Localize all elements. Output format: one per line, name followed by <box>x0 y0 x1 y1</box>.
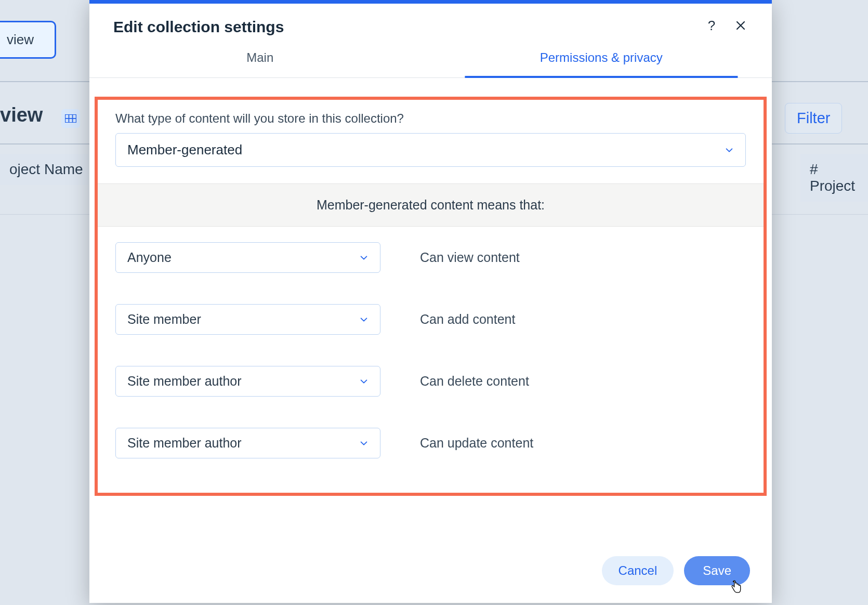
select-value: Site member author <box>127 374 242 389</box>
chevron-down-icon <box>725 146 734 155</box>
perm-label-view: Can view content <box>420 250 520 265</box>
bg-view-label: view <box>0 104 43 126</box>
tab-main[interactable]: Main <box>89 40 431 77</box>
select-value: Anyone <box>127 250 172 265</box>
save-button-label: Save <box>703 563 731 577</box>
delete-who-select[interactable]: Site member author <box>115 366 380 397</box>
view-who-select[interactable]: Anyone <box>115 242 380 273</box>
perm-label-delete: Can delete content <box>420 374 529 389</box>
modal-footer: Cancel Save <box>89 542 772 603</box>
perm-label-add: Can add content <box>420 312 515 327</box>
bg-table-icon[interactable] <box>61 109 80 128</box>
perm-row-delete: Site member author Can delete content <box>98 350 764 412</box>
perm-label-update: Can update content <box>420 436 533 451</box>
bg-view-active-chip[interactable]: view <box>0 21 56 59</box>
update-who-select[interactable]: Site member author <box>115 428 380 458</box>
tab-permissions[interactable]: Permissions & privacy <box>431 40 772 77</box>
save-button[interactable]: Save <box>684 556 750 585</box>
header-icons: ? <box>704 18 748 33</box>
permissions-highlighted-area: What type of content will you store in t… <box>95 97 767 496</box>
content-type-select[interactable]: Member-generated <box>115 133 746 167</box>
perm-row-view: Anyone Can view content <box>98 227 764 288</box>
help-icon[interactable]: ? <box>704 18 719 33</box>
chevron-down-icon <box>359 315 369 324</box>
bg-column-project-name[interactable]: oject Name <box>0 154 93 185</box>
perm-row-add: Site member Can add content <box>98 288 764 350</box>
content-type-question: What type of content will you store in t… <box>98 111 764 133</box>
content-type-value: Member-generated <box>127 142 242 158</box>
cursor-pointer-icon <box>729 580 743 594</box>
content-type-explainer: Member-generated content means that: <box>98 183 764 227</box>
close-icon[interactable] <box>733 18 748 33</box>
modal-tabs: Main Permissions & privacy <box>89 40 772 78</box>
edit-collection-modal: Edit collection settings ? Main Permissi… <box>89 0 772 603</box>
modal-title: Edit collection settings <box>113 18 284 36</box>
perm-row-update: Site member author Can update content <box>98 412 764 474</box>
table-icon <box>65 114 76 123</box>
select-value: Site member <box>127 312 201 327</box>
modal-header: Edit collection settings ? <box>89 4 772 40</box>
chevron-down-icon <box>359 253 369 262</box>
bg-column-project[interactable]: # Project <box>800 154 868 202</box>
select-value: Site member author <box>127 436 242 451</box>
modal-top-accent <box>89 0 772 4</box>
chevron-down-icon <box>359 439 369 448</box>
chevron-down-icon <box>359 377 369 386</box>
add-who-select[interactable]: Site member <box>115 304 380 335</box>
bg-filter-button[interactable]: Filter <box>785 103 842 134</box>
cancel-button[interactable]: Cancel <box>602 556 674 585</box>
